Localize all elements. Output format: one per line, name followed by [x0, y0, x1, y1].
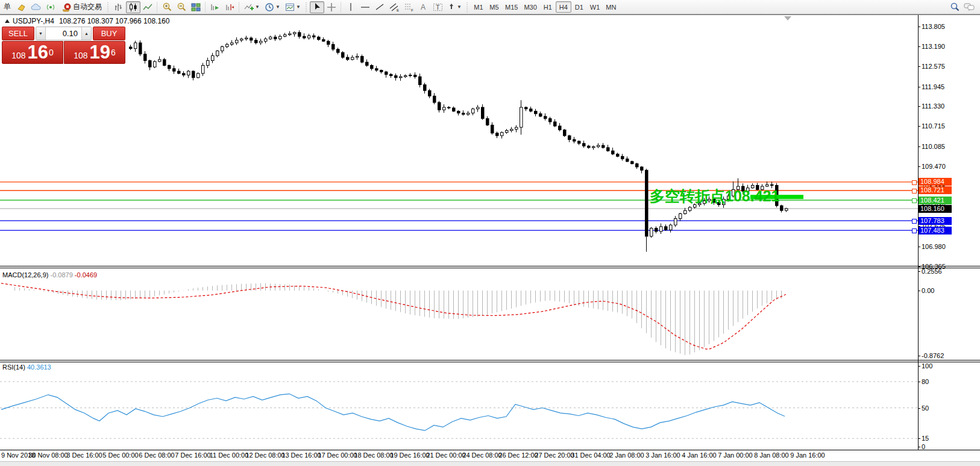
- templates-dropdown[interactable]: ▼: [283, 1, 303, 13]
- rsi-tick-mark: [918, 382, 920, 382]
- autotrading-icon: [61, 2, 71, 12]
- candle-bear: [332, 45, 335, 49]
- text-label-tool[interactable]: T: [430, 1, 445, 13]
- timeframe-h4[interactable]: H4: [556, 1, 571, 13]
- candle-bear: [144, 54, 147, 61]
- chart-shift-icon: [225, 2, 234, 12]
- buy-button[interactable]: BUY: [93, 27, 125, 40]
- timeframe-m1[interactable]: M1: [471, 1, 486, 13]
- auto-scroll-button[interactable]: [208, 1, 222, 13]
- bar-chart-button[interactable]: [112, 1, 126, 13]
- macd-tick-mark: [918, 356, 920, 356]
- toolbar-grip: [304, 2, 309, 12]
- line-chart-button[interactable]: [140, 1, 155, 13]
- cloud-icon[interactable]: [29, 1, 43, 13]
- timeframe-h1[interactable]: H1: [540, 1, 556, 13]
- fibonacci-tool[interactable]: F: [401, 1, 416, 13]
- trendline-tool[interactable]: [372, 1, 387, 13]
- candle-bull: [197, 74, 200, 78]
- autotrading-button[interactable]: 自动交易: [58, 1, 105, 13]
- cursor-tool[interactable]: [310, 1, 324, 13]
- timeframe-mn[interactable]: MN: [603, 1, 619, 13]
- timeframe-m30[interactable]: M30: [521, 1, 539, 13]
- price-tick-label: 113.190: [922, 43, 945, 50]
- timeframe-w1[interactable]: W1: [587, 1, 603, 13]
- date-tick-label: 3 Dec 16:00: [66, 452, 102, 459]
- timeframe-m5[interactable]: M5: [486, 1, 502, 13]
- line-handle[interactable]: [912, 198, 917, 203]
- volume-up-button[interactable]: ▲: [81, 27, 91, 40]
- equidistant-channel-tool[interactable]: E: [387, 1, 401, 13]
- price-tick-label: 112.575: [922, 63, 945, 70]
- candle-bull: [501, 133, 504, 136]
- price-tick-mark: [918, 247, 920, 247]
- chart-shift-button[interactable]: [222, 1, 237, 13]
- rsi-tick-label: 80: [922, 378, 929, 385]
- signals-icon[interactable]: [43, 1, 58, 13]
- new-order-button[interactable]: 单: [0, 1, 14, 13]
- price-tick-mark: [918, 166, 920, 167]
- zoom-out-button[interactable]: [174, 1, 189, 13]
- candle-bull: [212, 55, 215, 60]
- zoom-in-button[interactable]: [160, 1, 174, 13]
- date-tick-label: 17 Dec 00:00: [318, 452, 357, 459]
- date-tick-label: 21 Dec 00:00: [426, 452, 465, 459]
- vertical-line-tool[interactable]: [344, 1, 358, 13]
- candle-bear: [636, 164, 639, 167]
- price-tick-label: 106.980: [922, 243, 946, 250]
- candle-bear: [255, 40, 258, 43]
- svg-text:A: A: [421, 3, 426, 11]
- zoom-in-icon: [162, 2, 172, 12]
- candlestick-chart-button[interactable]: [126, 1, 140, 13]
- volume-value[interactable]: 0.10: [46, 27, 81, 40]
- autotrading-label: 自动交易: [73, 2, 102, 12]
- timeframe-d1[interactable]: D1: [571, 1, 587, 13]
- candle-bear: [419, 77, 422, 84]
- line-handle[interactable]: [912, 228, 917, 233]
- line-handle[interactable]: [912, 180, 917, 185]
- ask-quote-button[interactable]: 108196: [64, 41, 125, 64]
- tile-windows-button[interactable]: [189, 1, 203, 13]
- svg-text:F: F: [411, 8, 413, 12]
- candle-bear: [539, 114, 542, 116]
- horizontal-line-tool[interactable]: [358, 1, 372, 13]
- candle-bull: [245, 38, 248, 39]
- crosshair-tool[interactable]: [324, 1, 339, 13]
- profile-icon[interactable]: [14, 1, 29, 13]
- text-tool[interactable]: A: [416, 1, 430, 13]
- candle-bull: [260, 41, 263, 43]
- candle-bear: [482, 107, 485, 119]
- bid-quote-button[interactable]: 108160: [2, 41, 63, 64]
- candle-bear: [544, 116, 547, 119]
- candle-bear: [665, 227, 668, 230]
- candle-bull: [660, 227, 663, 231]
- rsi-tick-mark: [918, 447, 920, 447]
- vertical-line-icon: [347, 2, 355, 11]
- arrows-icon: [447, 2, 456, 11]
- candle-bull: [240, 39, 243, 40]
- line-handle[interactable]: [912, 189, 917, 194]
- arrows-dropdown[interactable]: ▼: [445, 1, 464, 13]
- chat-button[interactable]: [962, 1, 976, 13]
- templates-icon: [285, 2, 295, 12]
- candle-bull: [216, 51, 219, 55]
- indicators-dropdown[interactable]: ▼: [242, 1, 262, 13]
- candle-bear: [173, 69, 176, 71]
- date-tick-label: 5 Dec 00:00: [102, 452, 138, 459]
- date-tick-label: 13 Dec 16:00: [281, 452, 321, 459]
- line-handle[interactable]: [912, 219, 917, 224]
- timeframe-m15[interactable]: M15: [502, 1, 521, 13]
- macd-label: MACD(12,26,9) -0.0879 -0.0469: [2, 271, 97, 279]
- chart-annotation-text[interactable]: 多空转折点108.421: [650, 186, 779, 206]
- chart-plot-area[interactable]: [0, 0, 980, 466]
- candle-bull: [679, 214, 682, 219]
- periods-dropdown[interactable]: ▼: [262, 1, 283, 13]
- sell-button[interactable]: SELL: [2, 27, 34, 40]
- candle-bear: [578, 141, 581, 143]
- volume-down-button[interactable]: ▼: [36, 27, 46, 40]
- search-button[interactable]: [947, 1, 962, 13]
- candle-bull: [597, 145, 600, 146]
- date-tick-label: 6 Dec 08:00: [139, 452, 174, 459]
- candle-bear: [583, 143, 586, 146]
- price-tick-label: 113.805: [922, 23, 945, 30]
